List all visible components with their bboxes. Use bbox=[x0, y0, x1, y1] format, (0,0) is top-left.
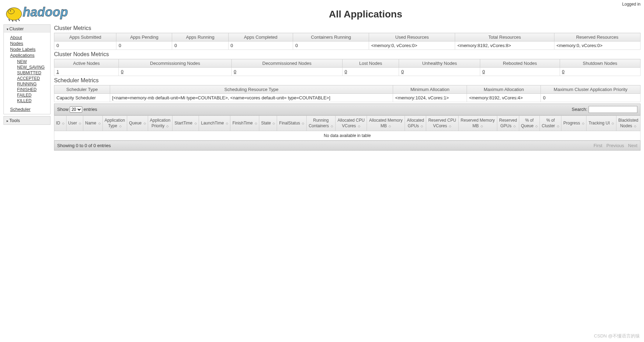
nav-tools-header[interactable]: Tools bbox=[4, 116, 50, 124]
data-cell: 1 bbox=[54, 68, 119, 76]
header-cell: Apps Pending bbox=[116, 33, 172, 41]
table-info: Showing 0 to 0 of 0 entries bbox=[57, 143, 111, 148]
metric-link[interactable]: 0 bbox=[345, 69, 347, 74]
datatable-toolbar: Show 20 entries Search: bbox=[54, 104, 641, 115]
header-cell: Reserved Resources bbox=[554, 33, 640, 41]
col-reserved-memory-mb[interactable]: Reserved MemoryMB ◇ bbox=[458, 116, 497, 131]
col-reserved-cpu-vcores[interactable]: Reserved CPUVCores ◇ bbox=[426, 116, 459, 131]
nav-state-killed[interactable]: KILLED bbox=[17, 98, 50, 104]
header-cell: Containers Running bbox=[293, 33, 369, 41]
metric-link[interactable]: 0 bbox=[401, 69, 404, 74]
header-cell: Apps Running bbox=[172, 33, 228, 41]
nav-state-new[interactable]: NEW bbox=[17, 59, 50, 64]
nav-state-finished[interactable]: FINISHED bbox=[17, 87, 50, 92]
data-cell: [<name=memory-mb default-unit=Mi type=CO… bbox=[110, 94, 393, 102]
data-cell: 0 bbox=[342, 68, 399, 76]
nav-tools: Tools bbox=[3, 116, 51, 125]
header-cell: Minimum Allocation bbox=[393, 85, 467, 94]
header-cell: Total Resources bbox=[455, 33, 554, 41]
data-cell: 0 bbox=[54, 41, 116, 50]
header-cell: Lost Nodes bbox=[342, 59, 399, 68]
data-cell: 0 bbox=[172, 41, 228, 50]
apps-table: ID ◇User ◇Name ◇ApplicationType ◇Queue ◇… bbox=[54, 115, 641, 140]
sidebar: Cluster About Nodes Node Labels Applicat… bbox=[3, 24, 51, 151]
length-select[interactable]: 20 bbox=[70, 106, 82, 113]
nav-state-running[interactable]: RUNNING bbox=[17, 81, 50, 87]
svg-text:hadoop: hadoop bbox=[23, 5, 68, 19]
pager-prev[interactable]: Previous bbox=[606, 143, 624, 148]
data-cell: <memory:1024, vCores:1> bbox=[393, 94, 467, 102]
data-cell: <memory:0, vCores:0> bbox=[369, 41, 455, 50]
search-label: Search: bbox=[572, 107, 588, 112]
search-input[interactable] bbox=[589, 106, 637, 113]
col-application-priority[interactable]: ApplicationPriority ◇ bbox=[148, 116, 172, 131]
data-cell: <memory:8192, vCores:4> bbox=[467, 94, 541, 102]
show-label: Show bbox=[57, 107, 69, 112]
col-allocated-gpus[interactable]: AllocatedGPUs ◇ bbox=[405, 116, 426, 131]
nav-state-failed[interactable]: FAILED bbox=[17, 92, 50, 98]
col-starttime[interactable]: StartTime ◇ bbox=[172, 116, 199, 131]
pager-first[interactable]: First bbox=[593, 143, 602, 148]
data-cell: 0 bbox=[541, 94, 641, 102]
nav-state-accepted[interactable]: ACCEPTED bbox=[17, 76, 50, 81]
metric-link[interactable]: 0 bbox=[121, 69, 123, 74]
col-blacklisted-nodes[interactable]: BlacklistedNodes ◇ bbox=[616, 116, 640, 131]
col-tracking-ui[interactable]: Tracking UI ◇ bbox=[586, 116, 616, 131]
header-cell: Apps Submitted bbox=[54, 33, 116, 41]
header-cell: Shutdown Nodes bbox=[560, 59, 640, 68]
header-cell: Unhealthy Nodes bbox=[399, 59, 480, 68]
hadoop-logo: hadoop bbox=[3, 2, 91, 23]
col-allocated-memory-mb[interactable]: Allocated MemoryMB ◇ bbox=[367, 116, 405, 131]
col-finalstatus[interactable]: FinalStatus ◇ bbox=[277, 116, 307, 131]
nav-about[interactable]: About bbox=[10, 35, 50, 40]
data-cell: 0 bbox=[480, 68, 560, 76]
nav-scheduler[interactable]: Scheduler bbox=[10, 106, 50, 112]
col-user[interactable]: User ◇ bbox=[66, 116, 83, 131]
col-running-containers[interactable]: RunningContainers ◇ bbox=[307, 116, 336, 131]
col-state[interactable]: State ◇ bbox=[259, 116, 277, 131]
header-cell: Active Nodes bbox=[54, 59, 119, 68]
header-cell: Rebooted Nodes bbox=[480, 59, 560, 68]
col-progress[interactable]: Progress ◇ bbox=[561, 116, 586, 131]
nav-nodes[interactable]: Nodes bbox=[10, 40, 50, 46]
data-cell: 0 bbox=[560, 68, 640, 76]
cluster-metrics-table: Apps SubmittedApps PendingApps RunningAp… bbox=[54, 33, 641, 50]
main-content: Cluster Metrics Apps SubmittedApps Pendi… bbox=[54, 24, 641, 151]
header-cell: Scheduler Type bbox=[54, 85, 110, 94]
data-cell: 0 bbox=[399, 68, 480, 76]
col-launchtime[interactable]: LaunchTime ◇ bbox=[199, 116, 230, 131]
data-cell: 0 bbox=[119, 68, 232, 76]
col-finishtime[interactable]: FinishTime ◇ bbox=[230, 116, 259, 131]
svg-point-2 bbox=[10, 10, 11, 12]
col-allocated-cpu-vcores[interactable]: Allocated CPUVCores ◇ bbox=[335, 116, 367, 131]
col-name[interactable]: Name ◇ bbox=[83, 116, 102, 131]
nodes-metrics-title: Cluster Nodes Metrics bbox=[54, 51, 641, 58]
logged-in-label: Logged in bbox=[622, 2, 641, 7]
metric-link[interactable]: 0 bbox=[234, 69, 236, 74]
data-cell: <memory:8192, vCores:8> bbox=[455, 41, 554, 50]
col-id[interactable]: ID ◇ bbox=[54, 116, 67, 131]
header-cell: Maximum Allocation bbox=[467, 85, 541, 94]
nav-state-submitted[interactable]: SUBMITTED bbox=[17, 70, 50, 76]
metric-link[interactable]: 0 bbox=[482, 69, 485, 74]
col-application-type[interactable]: ApplicationType ◇ bbox=[102, 116, 127, 131]
data-cell: Capacity Scheduler bbox=[54, 94, 110, 102]
search-control: Search: bbox=[572, 106, 637, 113]
nav-cluster: Cluster About Nodes Node Labels Applicat… bbox=[3, 24, 51, 114]
header-cell: Maximum Cluster Application Priority bbox=[541, 85, 641, 94]
col-queue[interactable]: Queue ◇ bbox=[127, 116, 148, 131]
pager-next[interactable]: Next bbox=[628, 143, 637, 148]
nav-cluster-header[interactable]: Cluster bbox=[4, 25, 50, 33]
nav-applications[interactable]: Applications bbox=[10, 52, 50, 58]
metric-link[interactable]: 0 bbox=[562, 69, 565, 74]
data-cell: 0 bbox=[228, 41, 293, 50]
empty-row: No data available in table bbox=[54, 131, 641, 140]
col--of-cluster[interactable]: % ofCluster ◇ bbox=[540, 116, 561, 131]
col-reserved-gpus[interactable]: ReservedGPUs ◇ bbox=[497, 116, 519, 131]
svg-point-1 bbox=[8, 9, 14, 14]
nodes-metrics-table: Active NodesDecommissioning NodesDecommi… bbox=[54, 59, 641, 76]
col--of-queue[interactable]: % ofQueue ◇ bbox=[519, 116, 540, 131]
nav-node-labels[interactable]: Node Labels bbox=[10, 46, 50, 52]
nav-state-new_saving[interactable]: NEW_SAVING bbox=[17, 64, 50, 70]
metric-link[interactable]: 1 bbox=[56, 69, 59, 74]
